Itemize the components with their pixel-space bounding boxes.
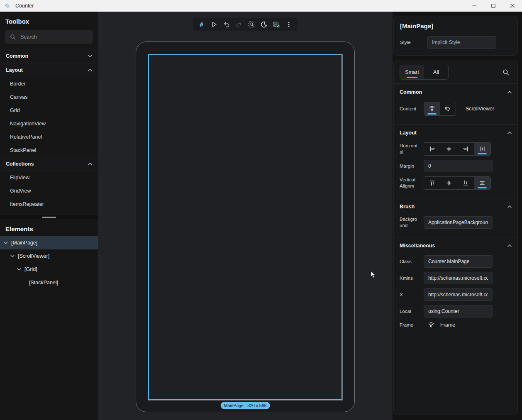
chevron-up-icon xyxy=(507,132,512,134)
chevron-up-icon xyxy=(507,205,512,208)
connection-status-button[interactable] xyxy=(270,18,283,31)
x-input[interactable]: http://schemas.microsoft.com xyxy=(424,288,493,301)
chevron-up-icon xyxy=(507,244,512,247)
valign-stretch-button[interactable] xyxy=(474,177,490,189)
section-brush: Brush Background ApplicationPageBackgrou… xyxy=(394,198,517,237)
horizontal-alignment-group xyxy=(424,142,491,156)
element-icon xyxy=(429,105,435,112)
redo-icon xyxy=(235,21,243,28)
tree-item-scrollviewer[interactable]: [ScrollViewer] xyxy=(0,249,98,263)
toolbox-section-layout[interactable]: Layout xyxy=(0,63,98,77)
chevron-up-icon xyxy=(88,163,92,165)
hot-design-button[interactable] xyxy=(195,18,208,31)
align-left-button[interactable] xyxy=(424,143,441,155)
toolbox-item-gridview[interactable]: GridView xyxy=(0,184,98,198)
background-input[interactable]: ApplicationPageBackground xyxy=(424,216,493,229)
toolbox-item-itemsrepeater[interactable]: ItemsRepeater xyxy=(0,198,98,211)
tree-item-mainpage[interactable]: [MainPage] xyxy=(0,236,98,249)
maximize-button[interactable] xyxy=(484,0,503,12)
style-input[interactable]: Implicit Style xyxy=(427,36,496,49)
app-logo-icon xyxy=(4,2,11,10)
frame-row: Frame Frame xyxy=(400,322,512,328)
style-label: Style xyxy=(400,39,423,46)
align-right-button[interactable] xyxy=(457,143,474,155)
frame-size-badge[interactable]: MainPage - 320 x 568 xyxy=(221,402,270,409)
page-design-surface[interactable] xyxy=(148,54,342,400)
align-center-button[interactable] xyxy=(441,143,457,155)
toolbox-item-stackpanel[interactable]: StackPanel xyxy=(0,144,98,157)
valign-top-button[interactable] xyxy=(424,177,441,189)
maximize-icon xyxy=(490,2,497,10)
inspector-panel: [MainPage] Style Implicit Style Smart Al… xyxy=(393,12,522,420)
frame-element-link[interactable]: Frame xyxy=(424,322,455,328)
section-common-header[interactable]: Common xyxy=(400,86,512,98)
panel-splitter[interactable] xyxy=(0,215,98,219)
toolbox-item-grid[interactable]: Grid xyxy=(0,104,98,117)
tree-item-label: [MainPage] xyxy=(11,240,37,246)
vertical-alignment-group xyxy=(424,176,491,190)
zoom-selection-icon xyxy=(248,21,255,28)
x-label: X xyxy=(400,292,420,298)
toolbox-item-navigationview[interactable]: NavigationView xyxy=(0,117,98,130)
redo-button[interactable] xyxy=(233,18,245,31)
class-row: Class Counter.MainPage xyxy=(400,255,512,268)
more-options-button[interactable] xyxy=(283,18,295,31)
valign-bottom-button[interactable] xyxy=(457,177,474,189)
vertical-alignment-label: Vertical Alignm xyxy=(400,177,420,189)
tree-item-stackpanel[interactable]: [StackPanel] xyxy=(0,276,98,289)
toolbox-item-relativepanel[interactable]: RelativePanel xyxy=(0,130,98,144)
toolbox-section-common[interactable]: Common xyxy=(0,49,98,63)
vertical-alignment-row: Vertical Alignm xyxy=(400,176,512,190)
content-mode-tag[interactable] xyxy=(440,102,456,115)
margin-input[interactable]: 0 xyxy=(424,160,493,172)
toolbox-panel: Toolbox Search Common Layout Border Canv… xyxy=(0,12,98,420)
class-input[interactable]: Counter.MainPage xyxy=(424,255,493,268)
valign-center-button[interactable] xyxy=(441,177,457,189)
toolbox-item-canvas[interactable]: Canvas xyxy=(0,90,98,104)
tree-item-label: [Grid] xyxy=(24,266,37,272)
margin-label: Margin xyxy=(400,163,420,169)
content-value[interactable]: ScrollViewer xyxy=(466,106,494,112)
section-layout-header[interactable]: Layout xyxy=(400,127,512,139)
frame-label: Frame xyxy=(400,322,420,328)
section-brush-header[interactable]: Brush xyxy=(400,200,512,213)
align-right-icon xyxy=(462,146,469,152)
toolbox-search-input[interactable]: Search xyxy=(5,30,93,44)
titlebar: Counter xyxy=(0,0,522,12)
properties-search-button[interactable] xyxy=(500,69,512,76)
content-mode-element[interactable] xyxy=(424,102,440,115)
chevron-down-icon xyxy=(10,255,15,257)
tab-all[interactable]: All xyxy=(424,65,448,79)
xmlns-input[interactable]: http://schemas.microsoft.com xyxy=(424,272,493,284)
chevron-up-icon xyxy=(507,91,512,93)
theme-toggle-button[interactable] xyxy=(258,18,270,31)
close-button[interactable] xyxy=(503,0,522,12)
horizontal-alignment-label: Horizontal xyxy=(400,143,420,155)
align-stretch-button[interactable] xyxy=(474,143,490,155)
undo-icon xyxy=(223,21,230,28)
undo-button[interactable] xyxy=(220,18,233,31)
tag-icon xyxy=(444,105,451,112)
splitter-handle xyxy=(42,217,56,218)
design-canvas[interactable]: MainPage - 320 x 568 xyxy=(98,12,393,420)
toolbox-item-flipview[interactable]: FlipView xyxy=(0,171,98,184)
valign-stretch-icon xyxy=(479,180,485,186)
background-row: Background ApplicationPageBackground xyxy=(400,216,512,229)
elements-title: Elements xyxy=(0,219,98,236)
section-miscellaneous-header[interactable]: Miscellaneous xyxy=(400,239,512,252)
chevron-down-icon xyxy=(88,55,92,57)
zoom-selection-button[interactable] xyxy=(245,18,258,31)
flame-icon xyxy=(198,21,205,28)
search-placeholder: Search xyxy=(20,34,37,40)
inspector-header-card: [MainPage] Style Implicit Style xyxy=(393,16,518,56)
tree-item-grid[interactable]: [Grid] xyxy=(0,263,98,276)
toolbox-section-collections[interactable]: Collections xyxy=(0,157,98,171)
tab-smart[interactable]: Smart xyxy=(400,65,424,79)
play-button[interactable] xyxy=(208,18,220,31)
local-input[interactable]: using:Counter xyxy=(424,305,493,317)
window-title: Counter xyxy=(15,3,34,9)
server-check-icon xyxy=(273,21,280,28)
minimize-button[interactable] xyxy=(465,0,484,12)
search-icon xyxy=(10,34,16,40)
toolbox-item-border[interactable]: Border xyxy=(0,77,98,90)
